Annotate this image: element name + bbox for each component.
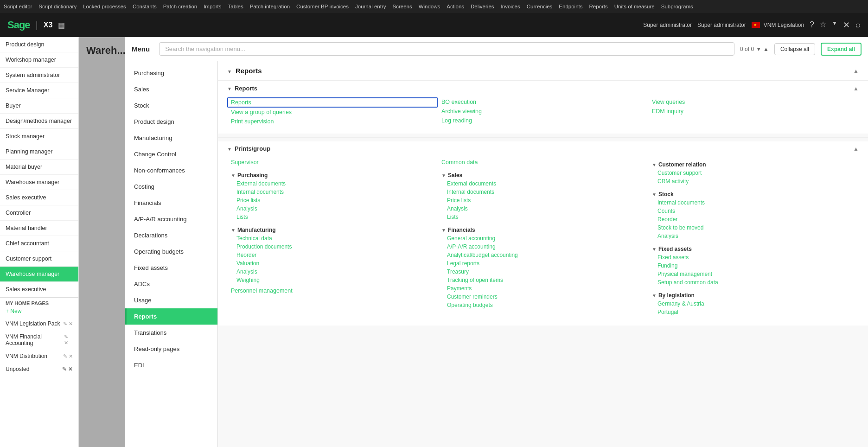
- header-bar: Sage | X3 ▦ Super administrator Super ad…: [0, 13, 868, 37]
- star-icon[interactable]: ☆: [820, 20, 826, 30]
- calendar-icon[interactable]: ▦: [58, 21, 65, 30]
- header-user2: Super administrator: [697, 22, 746, 28]
- toolbar-script-dictionary[interactable]: Script dictionary: [38, 4, 77, 9]
- toolbar-journal-entry[interactable]: Journal entry: [355, 4, 386, 9]
- toolbar-reports[interactable]: Reports: [589, 4, 608, 9]
- toolbar-subprograms[interactable]: Subprograms: [661, 4, 693, 9]
- toolbar-customer-bp-invoices[interactable]: Customer BP invoices: [296, 4, 349, 9]
- legislation-label: VNM Legislation: [764, 22, 804, 28]
- toolbar-windows[interactable]: Windows: [419, 4, 440, 9]
- toolbar-script-editor[interactable]: Script editor: [4, 4, 32, 9]
- toolbar-constants[interactable]: Constants: [133, 4, 157, 9]
- toolbar-endpoints[interactable]: Endpoints: [559, 4, 582, 9]
- help-icon[interactable]: ?: [810, 20, 814, 30]
- toolbar-currencies[interactable]: Currencies: [527, 4, 553, 9]
- toolbar-actions[interactable]: Actions: [447, 4, 464, 9]
- search-icon[interactable]: ⌕: [855, 20, 861, 30]
- toolbar-screens[interactable]: Screens: [392, 4, 412, 9]
- toolbar-units[interactable]: Units of measure: [614, 4, 655, 9]
- header-divider: |: [36, 20, 38, 31]
- toolbar-tables[interactable]: Tables: [228, 4, 243, 9]
- sage-logo: Sage: [7, 19, 30, 31]
- close-icon[interactable]: ✕: [843, 20, 850, 30]
- header-x3: X3: [44, 21, 53, 29]
- chevron-down-icon[interactable]: ▼: [832, 20, 837, 30]
- toolbar-patch-integration[interactable]: Patch integration: [250, 4, 290, 9]
- toolbar-invoices[interactable]: Invoices: [501, 4, 520, 9]
- header-user1: Super administrator: [643, 22, 692, 28]
- top-toolbar: Script editor Script dictionary Locked p…: [0, 0, 868, 13]
- legislation-selector[interactable]: VNM Legislation: [752, 22, 804, 28]
- toolbar-patch-creation[interactable]: Patch creation: [163, 4, 198, 9]
- flag-icon: [752, 22, 760, 28]
- toolbar-imports[interactable]: Imports: [204, 4, 221, 9]
- toolbar-locked-processes[interactable]: Locked processes: [83, 4, 126, 9]
- toolbar-deliveries[interactable]: Deliveries: [471, 4, 494, 9]
